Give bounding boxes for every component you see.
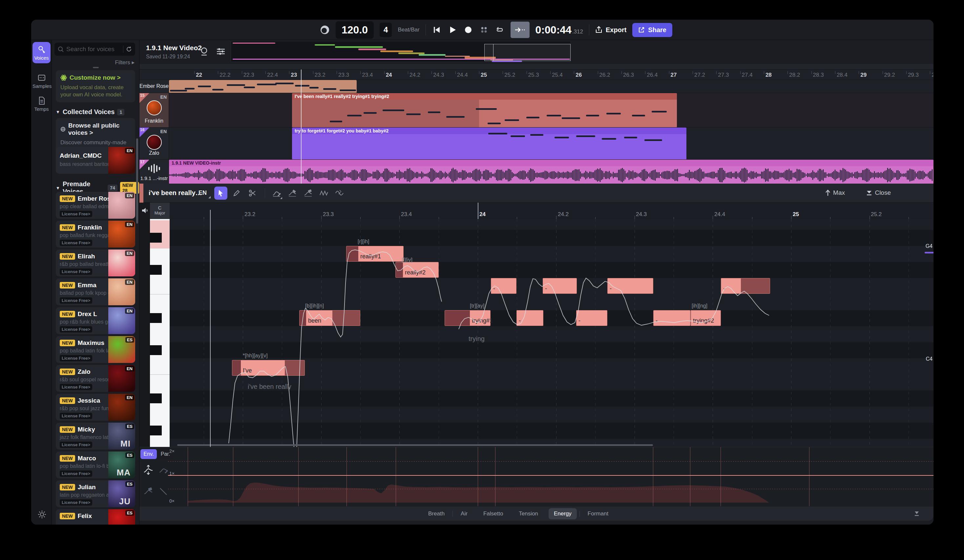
license-badge[interactable]: License Free> bbox=[60, 384, 92, 390]
track-row[interactable]: 171.9.1 ...-instr1.9.1 NEW VIDEO-instr bbox=[140, 159, 933, 183]
metronome-icon[interactable] bbox=[320, 25, 330, 35]
library-scrollbar[interactable] bbox=[136, 138, 138, 224]
voice-card[interactable]: NEWDrex Lpop r&b funk blues gooLicense F… bbox=[56, 307, 135, 334]
note[interactable]: - bbox=[721, 278, 770, 294]
preview-speaker-icon[interactable] bbox=[141, 206, 149, 214]
lyric-language-select[interactable]: EN bbox=[199, 190, 207, 196]
timeline-clip[interactable] bbox=[169, 80, 357, 93]
beats-per-bar-value[interactable]: 4 bbox=[379, 23, 392, 37]
pointer-tool-button[interactable] bbox=[214, 187, 227, 200]
param-tab-energy[interactable]: Energy bbox=[549, 508, 577, 519]
note[interactable]: I've bbox=[232, 360, 305, 376]
pitch-curve-eraser-tool[interactable] bbox=[301, 187, 315, 200]
panel-drag-handle[interactable] bbox=[93, 67, 99, 68]
note[interactable]: - bbox=[653, 310, 690, 326]
tempo-value[interactable]: 120.0 bbox=[335, 21, 374, 39]
collected-voices-header[interactable]: ▼ Collected Voices 1 bbox=[56, 108, 124, 116]
note[interactable]: trying#1 bbox=[445, 310, 490, 326]
voice-card[interactable]: NEWZalor&b soul gospel resonaLicense Fre… bbox=[56, 365, 135, 392]
track-header[interactable]: 16ENZalo bbox=[140, 128, 169, 159]
timeline-clip[interactable]: try to forget#1 forget#2 you baby#1 baby… bbox=[292, 128, 686, 160]
collapse-panel-icon[interactable] bbox=[914, 510, 920, 517]
loop-icon[interactable] bbox=[495, 25, 505, 35]
settings-gear-icon[interactable] bbox=[37, 510, 47, 519]
note[interactable]: trying#2 bbox=[690, 310, 721, 326]
license-badge[interactable]: License Free> bbox=[60, 211, 92, 217]
note[interactable]: really#1 bbox=[346, 246, 404, 261]
param-tab-falsetto[interactable]: Falsetto bbox=[478, 508, 508, 519]
param-tab-tension[interactable]: Tension bbox=[513, 508, 543, 519]
note[interactable]: - bbox=[491, 278, 516, 294]
black-key[interactable] bbox=[150, 265, 162, 275]
overview-viewport-rect[interactable] bbox=[484, 44, 571, 61]
energy-curve[interactable] bbox=[140, 447, 933, 506]
voice-card[interactable]: NEWJessicar&b pop soul jazz funkLicense … bbox=[56, 394, 135, 420]
phoneme-label[interactable]: [b][ih][n] bbox=[305, 303, 324, 309]
timeline-clip[interactable]: I've been really#1 really#2 trying#1 try… bbox=[292, 93, 677, 128]
voice-card[interactable]: NEWMickyjazz folk flamenco latinLicense … bbox=[56, 423, 135, 450]
voice-search-input[interactable]: Search for voices bbox=[54, 43, 135, 56]
license-badge[interactable]: License Free> bbox=[60, 240, 92, 246]
follow-playhead-button[interactable] bbox=[511, 22, 529, 38]
phoneme-label[interactable]: [ih][ng] bbox=[692, 303, 707, 309]
voice-card[interactable]: NEWEmmaballad pop folk kpop edLicense Fr… bbox=[56, 278, 135, 305]
voice-card[interactable]: NEWFranklinpop ballad funk reggaeLicense… bbox=[56, 221, 135, 248]
timeline-clip[interactable]: 1.9.1 NEW VIDEO-instr bbox=[169, 160, 933, 183]
track-header[interactable]: Ember Rose bbox=[140, 80, 169, 93]
voice-card[interactable]: NEWEmber Rosepop clear ballad edm hLicen… bbox=[56, 192, 135, 219]
note[interactable]: - bbox=[543, 278, 577, 294]
horizontal-scrollbar[interactable] bbox=[177, 444, 653, 446]
param-tab-breath[interactable]: Breath bbox=[423, 508, 450, 519]
track-header[interactable]: 15ENFranklin bbox=[140, 93, 169, 127]
note[interactable]: - bbox=[576, 310, 607, 326]
black-key[interactable] bbox=[150, 345, 162, 355]
mixer-settings-icon[interactable] bbox=[216, 47, 226, 57]
voice-card[interactable]: NEWElirahr&b pop ballad breathyLicense F… bbox=[56, 250, 135, 276]
maximize-editor-button[interactable]: Max bbox=[825, 189, 845, 196]
voice-card[interactable]: NEWJulianlatin pop reggaeton afrLicense … bbox=[56, 480, 135, 507]
license-badge[interactable]: License Free> bbox=[60, 413, 92, 419]
customize-card[interactable]: Customize now > Upload vocal data, creat… bbox=[56, 70, 135, 102]
note[interactable]: been bbox=[299, 310, 360, 326]
note[interactable]: - bbox=[516, 310, 543, 326]
filters-button[interactable]: Filters ▸ bbox=[115, 59, 135, 66]
license-badge[interactable]: License Free> bbox=[60, 297, 92, 304]
skip-to-start-icon[interactable] bbox=[432, 25, 441, 35]
phoneme-label[interactable]: *[hh][ay][v] bbox=[243, 353, 268, 359]
pitch-curve-pen-tool[interactable] bbox=[270, 187, 283, 200]
voice-card[interactable]: NEWMaximuspop ballad latin folk latiLice… bbox=[56, 336, 135, 363]
note[interactable]: - bbox=[607, 278, 653, 294]
track-row[interactable]: Ember Rose bbox=[140, 80, 933, 93]
timeline-playhead[interactable] bbox=[301, 70, 301, 183]
license-badge[interactable]: License Free> bbox=[60, 355, 92, 361]
export-button[interactable]: Export bbox=[595, 26, 626, 34]
param-tab-formant[interactable]: Formant bbox=[582, 508, 614, 519]
rail-tab-voices[interactable]: Voices bbox=[33, 42, 50, 63]
license-badge[interactable]: License Free> bbox=[60, 268, 92, 275]
license-badge[interactable]: License Free> bbox=[60, 499, 92, 506]
voice-card[interactable]: NEWFelixLicense Free>ES bbox=[56, 509, 135, 524]
license-badge[interactable]: License Free> bbox=[60, 442, 92, 448]
pencil-tool-button[interactable] bbox=[230, 187, 243, 200]
track-header[interactable]: 171.9.1 ...-instr bbox=[140, 160, 169, 183]
param-tab-air[interactable]: Air bbox=[456, 508, 473, 519]
song-overview-minimap[interactable] bbox=[231, 41, 571, 62]
phoneme-label[interactable]: [tr][ay] bbox=[470, 303, 484, 309]
collected-voice-card-adrian[interactable]: Adrian_CMDC bass resonant baritone EN bbox=[56, 147, 135, 174]
phoneme-label[interactable]: [r][ih] bbox=[358, 239, 370, 245]
note-canvas[interactable]: I've*[hh][ay][v]been[b][ih][n]really#1[r… bbox=[169, 219, 933, 447]
share-button[interactable]: Share bbox=[632, 23, 672, 37]
key-signature-display[interactable]: C Major bbox=[150, 203, 169, 219]
track-row[interactable]: 15ENFranklinI've been really#1 really#2 … bbox=[140, 93, 933, 127]
black-key[interactable] bbox=[150, 233, 162, 243]
close-editor-button[interactable]: Close bbox=[866, 189, 891, 196]
pitch-curve-brush-tool[interactable] bbox=[286, 187, 299, 200]
vibrato-tool[interactable] bbox=[317, 187, 331, 200]
rail-tab-temps[interactable]: Temps bbox=[33, 96, 50, 112]
metronome-toggle-icon[interactable] bbox=[199, 47, 209, 57]
piano-roll-playhead[interactable] bbox=[210, 210, 211, 447]
rail-tab-samples[interactable]: Samples bbox=[33, 73, 50, 89]
phoneme-label[interactable]: [l][iy] bbox=[402, 257, 412, 263]
black-key[interactable] bbox=[150, 313, 162, 323]
license-badge[interactable]: License Free> bbox=[60, 471, 92, 477]
